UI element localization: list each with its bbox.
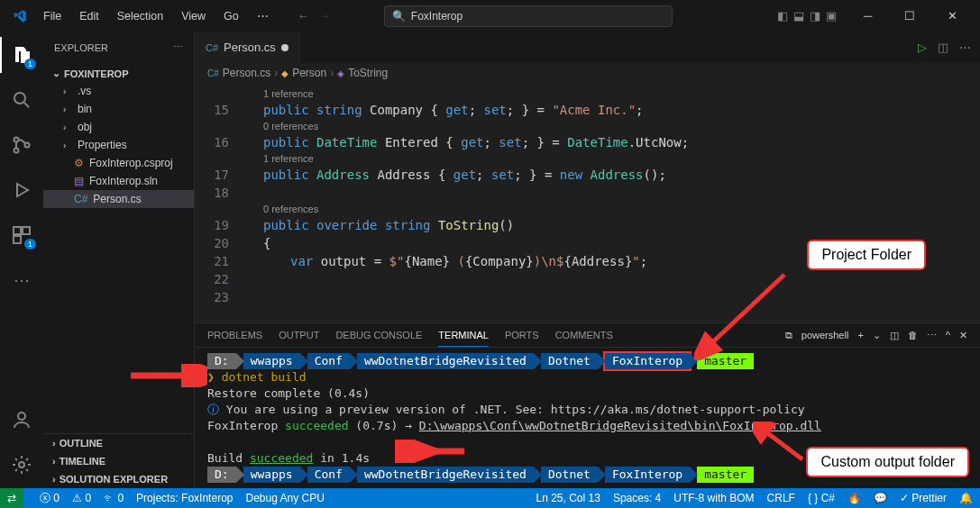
- activity-scm-icon[interactable]: [0, 127, 43, 163]
- layout-full-icon[interactable]: ▣: [826, 9, 837, 23]
- activity-more-icon[interactable]: ⋯: [0, 262, 43, 298]
- folder-label: obj: [78, 121, 92, 133]
- breadcrumb-file[interactable]: Person.cs: [223, 67, 270, 79]
- explorer-badge: 1: [24, 59, 36, 69]
- status-cursor[interactable]: Ln 25, Col 13: [536, 492, 600, 504]
- activity-extensions-icon[interactable]: 1: [0, 217, 43, 253]
- sidebar-explorer: EXPLORER ⋯ ⌄FOXINTEROP ›.vs ›bin ›obj ›P…: [43, 32, 195, 488]
- status-eol[interactable]: CRLF: [767, 492, 795, 504]
- root-folder-name: FOXINTEROP: [64, 68, 129, 79]
- menu-more[interactable]: ⋯: [250, 5, 276, 26]
- panel-close-icon[interactable]: ✕: [959, 330, 967, 341]
- terminal-prompt-path: D: wwapps Conf wwDotnetBridgeRevisited D…: [207, 353, 754, 369]
- status-lang[interactable]: { } C#: [808, 492, 835, 504]
- tab-more-icon[interactable]: ⋯: [959, 41, 971, 54]
- activity-explorer-icon[interactable]: 1: [0, 37, 43, 73]
- codelens[interactable]: 1 reference: [245, 86, 980, 101]
- remote-indicator-icon[interactable]: ⇄: [0, 488, 23, 508]
- chevron-down-icon: ⌄: [52, 68, 60, 79]
- window-minimize-button[interactable]: ─: [847, 0, 888, 32]
- class-icon: ◆: [281, 68, 289, 78]
- breadcrumb-class[interactable]: Person: [292, 67, 326, 79]
- status-prettier[interactable]: ✓ Prettier: [900, 492, 947, 504]
- file-label: FoxInterop.sln: [89, 175, 158, 187]
- layout-bottom-icon[interactable]: ⬓: [793, 9, 804, 23]
- svg-point-8: [19, 462, 24, 467]
- status-encoding[interactable]: UTF-8 with BOM: [673, 492, 754, 504]
- line-number: 16: [195, 133, 229, 151]
- chevron-right-icon: ›: [52, 456, 56, 467]
- status-projects[interactable]: Projects: FoxInterop: [136, 492, 233, 504]
- outline-header[interactable]: ›OUTLINE: [43, 434, 194, 452]
- tree-folder-vs[interactable]: ›.vs: [43, 82, 194, 100]
- timeline-header[interactable]: ›TIMELINE: [43, 452, 194, 470]
- status-flame-icon[interactable]: 🔥: [847, 492, 861, 504]
- terminal-dropdown-icon[interactable]: ⌄: [873, 330, 881, 341]
- tree-file-csproj[interactable]: ⚙FoxInterop.csproj: [43, 154, 194, 172]
- status-warnings[interactable]: ⚠ 0: [72, 492, 91, 504]
- tree-folder-bin[interactable]: ›bin: [43, 100, 194, 118]
- status-spaces[interactable]: Spaces: 4: [613, 492, 661, 504]
- activity-settings-icon[interactable]: [0, 447, 43, 483]
- activity-account-icon[interactable]: [0, 402, 43, 438]
- editor-tab-person[interactable]: C# Person.cs: [195, 32, 300, 63]
- vscode-logo-icon: [7, 9, 32, 23]
- panel-tab-terminal[interactable]: TERMINAL: [438, 324, 489, 347]
- tree-folder-obj[interactable]: ›obj: [43, 118, 194, 136]
- panel-maximize-icon[interactable]: ^: [946, 330, 950, 340]
- menu-view[interactable]: View: [174, 6, 213, 26]
- split-terminal-icon[interactable]: ◫: [890, 330, 899, 341]
- panel-tab-output[interactable]: OUTPUT: [279, 324, 319, 346]
- tree-file-sln[interactable]: ▤FoxInterop.sln: [43, 172, 194, 190]
- breadcrumb-method[interactable]: ToString: [348, 67, 388, 79]
- window-maximize-button[interactable]: ☐: [890, 0, 930, 32]
- terminal-text: succeeded: [250, 451, 313, 465]
- shell-name[interactable]: powershell: [801, 330, 849, 340]
- panel-tab-comments[interactable]: COMMENTS: [555, 324, 613, 346]
- tree-file-person[interactable]: C#Person.cs: [43, 190, 194, 208]
- activity-search-icon[interactable]: [0, 82, 43, 118]
- window-close-button[interactable]: ✕: [932, 0, 973, 32]
- chevron-right-icon: ›: [63, 104, 72, 114]
- run-icon[interactable]: ▷: [918, 41, 927, 54]
- tree-root-folder[interactable]: ⌄FOXINTEROP: [43, 65, 194, 82]
- kill-terminal-icon[interactable]: 🗑: [908, 330, 918, 340]
- layout-right-icon[interactable]: ◨: [810, 9, 820, 23]
- info-icon: ⓘ: [207, 403, 226, 416]
- menu-file[interactable]: File: [36, 6, 69, 26]
- solution-header[interactable]: ›SOLUTION EXPLORER: [43, 470, 194, 488]
- status-bell-icon[interactable]: 🔔: [959, 492, 973, 504]
- status-config[interactable]: Debug Any CPU: [245, 492, 324, 504]
- layout-left-icon[interactable]: ◧: [777, 9, 788, 23]
- code-editor[interactable]: 15 16 17 18 19 20 21 22 23 1 reference p…: [195, 83, 980, 322]
- activity-debug-icon[interactable]: [0, 172, 43, 208]
- codelens[interactable]: 0 references: [245, 119, 980, 133]
- nav-forward-icon[interactable]: →: [318, 9, 330, 23]
- panel-tab-debug[interactable]: DEBUG CONSOLE: [335, 324, 422, 346]
- split-editor-icon[interactable]: ◫: [938, 41, 948, 54]
- svg-rect-5: [23, 227, 30, 234]
- panel-tab-ports[interactable]: PORTS: [505, 324, 539, 346]
- status-errors[interactable]: ⓧ 0: [40, 491, 60, 506]
- new-terminal-icon[interactable]: +: [857, 330, 863, 340]
- command-center[interactable]: 🔍 FoxInterop: [384, 5, 673, 27]
- method-icon: ◈: [337, 68, 344, 78]
- panel-tab-problems[interactable]: PROBLEMS: [207, 324, 262, 346]
- warning-icon: ⚠: [72, 492, 85, 504]
- menu-edit[interactable]: Edit: [72, 6, 106, 26]
- line-number: 15: [195, 101, 229, 119]
- menu-go[interactable]: Go: [216, 6, 246, 26]
- tree-folder-properties[interactable]: ›Properties: [43, 136, 194, 154]
- breadcrumb[interactable]: C# Person.cs › ◆ Person › ◈ ToString: [195, 63, 980, 83]
- csharp-icon: C#: [74, 193, 87, 205]
- terminal-more-icon[interactable]: ⋯: [927, 330, 937, 341]
- explorer-more-icon[interactable]: ⋯: [173, 41, 183, 53]
- svg-point-3: [25, 143, 30, 148]
- codelens[interactable]: 1 reference: [245, 151, 980, 166]
- line-gutter: 15 16 17 18 19 20 21 22 23: [195, 83, 245, 322]
- menu-selection[interactable]: Selection: [110, 6, 170, 26]
- status-radio[interactable]: ᯤ 0: [104, 492, 124, 504]
- status-chat-icon[interactable]: 💬: [874, 492, 887, 504]
- codelens[interactable]: 0 references: [245, 202, 980, 216]
- nav-back-icon[interactable]: ←: [298, 9, 309, 23]
